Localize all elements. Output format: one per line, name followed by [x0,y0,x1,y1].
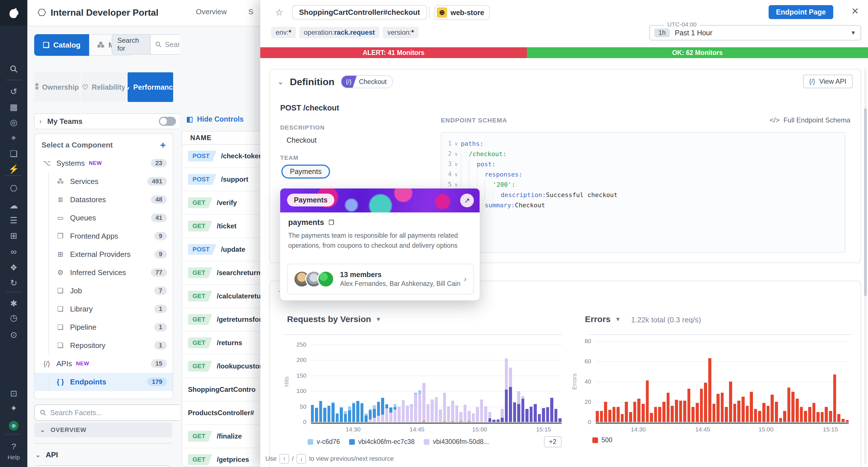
sidebar-item-systems[interactable]: ⌥SystemsNEW23 [35,154,173,172]
endpoint-title-chip[interactable]: ShoppingCartController#checkout [292,5,427,20]
sync-sparkle-icon[interactable]: ↻ [0,278,27,288]
hide-controls-button[interactable]: ◧ Hide Controls [186,115,244,123]
metrics-icon[interactable]: ▦ [0,102,27,112]
chart-title-chart-right[interactable]: Errors▼ [585,314,621,324]
name-column-header[interactable]: NAME [182,131,260,145]
close-icon[interactable]: ✕ [851,6,859,17]
profiling-icon[interactable]: ◷ [0,313,27,323]
overview-section-header[interactable]: ⌄OVERVIEW [34,423,172,437]
endpoint-row[interactable]: POST/support [182,168,260,191]
chart-bars[interactable] [596,341,849,422]
chevron-down-icon[interactable]: ⌄ [277,77,284,86]
legend-more-button[interactable]: +2 [544,436,562,447]
external-link-icon[interactable]: ↗ [460,194,474,207]
add-component-button[interactable]: + [160,139,166,151]
copy-icon[interactable]: ❐ [329,219,334,226]
sidebar-item-pipeline[interactable]: ❏Pipeline1 [35,318,173,336]
endpoint-row[interactable]: POST/update [182,238,260,261]
legend-item[interactable]: vbi4ck06fm-ec7c38 [349,438,415,446]
ok-monitors-segment[interactable]: OK: 62 Monitors [527,47,868,58]
chart-bars[interactable] [311,345,562,422]
security-icon[interactable]: ❖ [0,262,27,273]
full-endpoint-schema-link[interactable]: </> Full Endpoint Schema [770,116,850,124]
checkout-tag[interactable]: {/} Checkout [341,75,393,88]
endpoint-row[interactable]: ShoppingCartContro [182,378,260,402]
endpoint-row[interactable]: GET/getreturnsfor [182,308,260,332]
endpoint-row[interactable]: GET/verify [182,191,260,215]
bug-icon[interactable]: ✱ [0,299,27,309]
legend-item[interactable]: 500 [592,436,612,444]
endpoint-row[interactable]: GET/searchreturns [182,261,260,285]
api-section-header[interactable]: ⌄API [35,450,58,459]
tab-reliability[interactable]: ♡Reliability [81,72,126,102]
sidebar-item-external-providers[interactable]: ⊞External Providers9 [35,245,173,263]
sidebar-item-queues[interactable]: ▭Queues41 [35,209,173,227]
sidebar-item-services[interactable]: ⁂Services491 [35,172,173,190]
sidebar-item-job[interactable]: ❏Job7 [35,282,173,300]
search-icon[interactable] [0,65,27,75]
endpoint-row[interactable]: ProductsController# [182,402,260,425]
star-icon[interactable]: ☆ [275,7,283,18]
fold-chevron-icon[interactable]: ∨ [452,172,461,178]
count-badge: 1 [154,323,167,332]
fold-chevron-icon[interactable]: ∨ [452,141,461,147]
fold-chevron-icon[interactable]: ∨ [452,151,461,157]
endpoint-row[interactable]: GET/finalize [182,425,260,448]
help-icon[interactable]: ? [0,441,27,452]
cloud-cost-icon[interactable]: ☁ [0,200,27,211]
datadog-logo[interactable] [0,0,27,26]
rum-icon[interactable]: ⊞ [0,231,27,241]
filter-chip-operation[interactable]: operation:rack.request [299,27,380,38]
scrollbar-thumb[interactable] [864,108,867,296]
team-pill[interactable]: Payments [281,164,330,179]
chart-title-chart-left[interactable]: Requests by Version▼ [287,314,381,324]
dashboards-icon[interactable]: ❏ [0,149,27,159]
integrations-icon[interactable]: ⊡ [0,388,27,399]
bar [729,381,732,422]
logs-icon[interactable]: ☰ [0,215,27,225]
filter-chip-version[interactable]: version:* [383,27,418,38]
api-filter-input[interactable]: Filter 15 values [36,465,170,467]
my-teams-row[interactable]: › My Teams [34,113,181,129]
endpoint-row[interactable]: GET/lookupcustor [182,355,260,378]
sidebar-item-endpoints[interactable]: { }Endpoints179 [35,373,173,391]
endpoint-row[interactable]: GET/returns [182,332,260,355]
tab-performance[interactable]: ∿Performance [128,72,173,102]
endpoint-schema-code[interactable]: 1∨paths:2∨/checkout:3∨post:4∨responses:5… [441,132,845,253]
sidebar-item-inferred-services[interactable]: ⚙Inferred Services77 [35,263,173,282]
legend-item[interactable]: vbi43006fm-50d8... [424,438,489,446]
sidebar-item-library[interactable]: ❏Library1 [35,300,173,318]
watchdog-icon[interactable]: ◎ [0,117,27,128]
endpoint-row[interactable]: GET/calculateretu [182,285,260,308]
history-icon[interactable]: ↺ [0,87,27,97]
sidebar-item-repository[interactable]: ❏Repository1 [35,336,173,354]
facet-search-input[interactable]: Search Facets... [34,404,182,421]
explorer-icon[interactable]: ⌖ [0,133,27,143]
sidebar-item-datastores[interactable]: ≣Datastores48 [35,190,173,209]
my-teams-toggle[interactable] [159,117,176,126]
events-icon[interactable]: ⚡ [0,164,27,174]
endpoint-row[interactable]: GET/ticket [182,215,260,238]
nav-tab-overview[interactable]: Overview [196,7,227,16]
trace-search-icon[interactable]: ⊙ [0,330,27,340]
alert-monitors-segment[interactable]: ALERT: 41 Monitors [260,47,527,58]
team-members-row[interactable]: 13 members Alex Fernandes, Bar Ashkenazy… [287,264,474,294]
endpoint-row[interactable]: POST/check-token [182,145,260,168]
ai-sparkles-icon[interactable]: ✦ [0,403,27,413]
ci-icon[interactable]: ∞ [0,247,27,257]
user-avatar[interactable]: ☻ [0,420,27,431]
tab-ownership[interactable]: ⁑Ownership [34,72,80,102]
endpoint-page-button[interactable]: Endpoint Page [769,5,833,19]
service-chip[interactable]: ⊕ web-store [435,5,490,20]
legend-item[interactable]: v-c6d76 [308,438,340,446]
sidebar-item-frontend-apps[interactable]: ❐Frontend Apps9 [35,227,173,245]
fold-chevron-icon[interactable]: ∨ [452,161,461,167]
nav-tab-s[interactable]: S [248,7,253,16]
endpoint-row[interactable]: GET/getprices [182,448,260,467]
filter-chip-env[interactable]: env:* [271,27,296,38]
sidebar-item-apis[interactable]: {/}APIsNEW15 [35,354,173,373]
fold-chevron-icon[interactable]: ∨ [452,182,461,188]
catalog-view-button[interactable]: ❏Catalog [34,34,89,56]
infrastructure-icon[interactable]: ⎔ [0,183,27,194]
view-api-button[interactable]: {/} View API [803,74,852,88]
